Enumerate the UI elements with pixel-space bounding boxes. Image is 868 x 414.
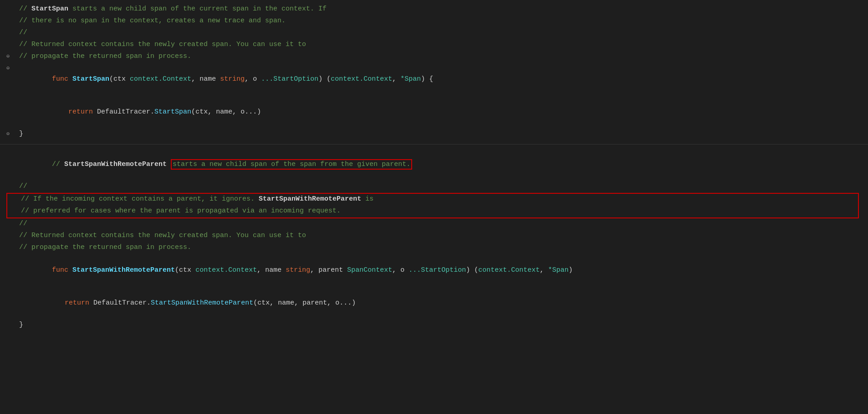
code-line-15: // propagate the returned span in proces… xyxy=(0,242,868,254)
comment-empty-2: // xyxy=(19,218,859,229)
comment-startspan-2: // there is no span in the context, crea… xyxy=(19,16,859,26)
code-line-16: func StartSpanWithRemoteParent(ctx conte… xyxy=(0,254,868,287)
func-remote-signature-line: func StartSpanWithRemoteParent(ctx conte… xyxy=(19,254,859,287)
code-line-18: } xyxy=(0,320,868,331)
code-line-10: // xyxy=(0,181,868,193)
func-signature-line: func StartSpan(ctx context.Context, name… xyxy=(19,63,859,96)
comment-startspan-3: // xyxy=(19,27,859,38)
code-line-4: // Returned context contains the newly c… xyxy=(0,39,868,51)
top-code-section: // StartSpan starts a new child span of … xyxy=(0,0,868,145)
comment-returned-1: // Returned context contains the newly c… xyxy=(19,230,859,241)
close-brace-1: } xyxy=(19,129,859,140)
line-number-5: ⊖ xyxy=(6,52,19,61)
collapse-icon-6[interactable]: ⊖ xyxy=(6,64,10,73)
code-line-6: ⊖ func StartSpan(ctx context.Context, na… xyxy=(0,63,868,96)
return-stmt-line: return DefaultTracer.StartSpan(ctx, name… xyxy=(19,96,859,129)
bottom-code-section: // StartSpanWithRemoteParent starts a ne… xyxy=(0,145,868,414)
close-brace-2: } xyxy=(19,320,859,331)
collapse-icon-8[interactable]: ⊖ xyxy=(6,130,10,139)
code-line-12: // preferred for cases where the parent … xyxy=(8,206,857,217)
comment-empty-1: // xyxy=(19,181,859,192)
return-remote-stmt-line: return DefaultTracer.StartSpanWithRemote… xyxy=(19,287,859,320)
comment-remote-1: // StartSpanWithRemoteParent starts a ne… xyxy=(19,148,859,181)
code-line-7: return DefaultTracer.StartSpan(ctx, name… xyxy=(0,96,868,129)
code-line-2: // there is no span in the context, crea… xyxy=(0,16,868,27)
comment-incoming-1: // If the incoming context contains a pa… xyxy=(21,194,857,205)
code-line-8: ⊖ } xyxy=(0,129,868,140)
collapse-icon-5[interactable]: ⊖ xyxy=(6,52,10,61)
line-number-8: ⊖ xyxy=(6,130,19,139)
comment-returned-2: // propagate the returned span in proces… xyxy=(19,242,859,253)
code-line-9: // StartSpanWithRemoteParent starts a ne… xyxy=(0,148,868,181)
code-line-14: // Returned context contains the newly c… xyxy=(0,230,868,242)
line-number-6: ⊖ xyxy=(6,64,19,73)
code-line-1: // StartSpan starts a new child span of … xyxy=(0,4,868,16)
red-box-block: // If the incoming context contains a pa… xyxy=(6,193,859,218)
comment-startspan-1: // StartSpan starts a new child span of … xyxy=(19,4,859,15)
code-line-3: // xyxy=(0,27,868,39)
code-line-13: // xyxy=(0,218,868,230)
code-line-11: // If the incoming context contains a pa… xyxy=(8,194,857,206)
comment-startspan-4: // Returned context contains the newly c… xyxy=(19,39,859,50)
code-line-5: ⊖ // propagate the returned span in proc… xyxy=(0,51,868,63)
code-line-17: return DefaultTracer.StartSpanWithRemote… xyxy=(0,287,868,320)
comment-startspan-5: // propagate the returned span in proces… xyxy=(19,51,859,62)
comment-incoming-2: // preferred for cases where the parent … xyxy=(21,206,857,217)
code-editor: // StartSpan starts a new child span of … xyxy=(0,0,868,414)
